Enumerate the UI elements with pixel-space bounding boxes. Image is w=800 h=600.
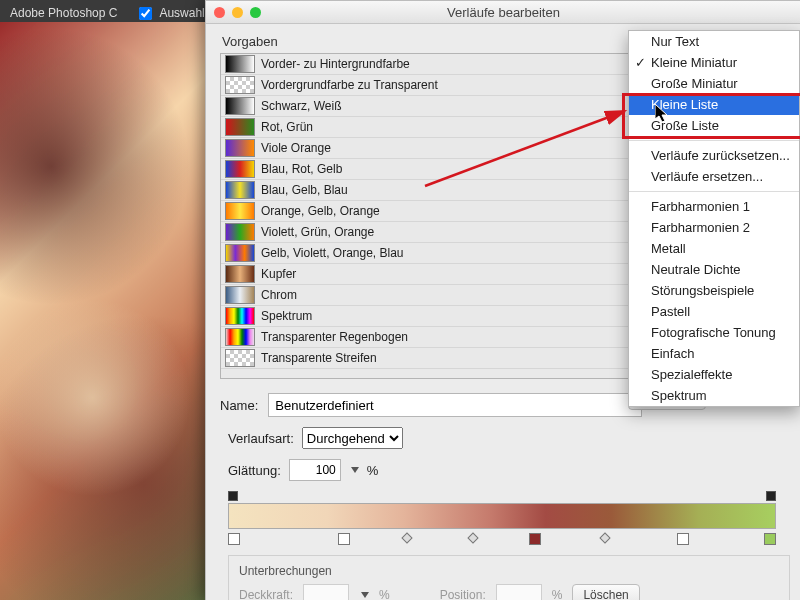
preset-row[interactable]: Spektrum	[221, 306, 629, 327]
menu-item[interactable]: Kleine Miniatur	[629, 52, 799, 73]
menu-item[interactable]: Störungsbeispiele	[629, 280, 799, 301]
presets-list[interactable]: Vorder- zu HintergrundfarbeVordergrundfa…	[220, 53, 630, 379]
preset-row[interactable]: Vorder- zu Hintergrundfarbe	[221, 54, 629, 75]
preset-row[interactable]: Transparente Streifen	[221, 348, 629, 369]
preset-swatch	[225, 349, 255, 367]
gradient-bar[interactable]	[228, 503, 776, 529]
gradient-editor-strip[interactable]	[228, 491, 776, 545]
auswahl-checkbox[interactable]	[139, 7, 152, 20]
preset-label: Transparente Streifen	[261, 351, 377, 365]
smooth-field[interactable]	[289, 459, 341, 481]
opacity-stop[interactable]	[228, 491, 238, 501]
preset-swatch	[225, 307, 255, 325]
preset-row[interactable]: Blau, Gelb, Blau	[221, 180, 629, 201]
color-stop[interactable]	[677, 533, 689, 545]
preset-label: Schwarz, Weiß	[261, 99, 341, 113]
preset-label: Vorder- zu Hintergrundfarbe	[261, 57, 410, 71]
menu-item[interactable]: Große Liste	[629, 115, 799, 136]
color-stop[interactable]	[338, 533, 350, 545]
delete-button[interactable]: Löschen	[572, 584, 639, 600]
menu-item[interactable]: Verläufe ersetzen...	[629, 166, 799, 187]
preset-swatch	[225, 118, 255, 136]
color-stop[interactable]	[529, 533, 541, 545]
opacity-stop[interactable]	[766, 491, 776, 501]
preset-row[interactable]: Vordergrundfarbe zu Transparent	[221, 75, 629, 96]
preset-label: Transparenter Regenbogen	[261, 330, 408, 344]
position-unit: %	[552, 588, 563, 600]
preset-swatch	[225, 328, 255, 346]
preset-swatch	[225, 223, 255, 241]
smooth-unit: %	[367, 463, 379, 478]
preset-row[interactable]: Schwarz, Weiß	[221, 96, 629, 117]
color-stop[interactable]	[764, 533, 776, 545]
opacity-field	[303, 584, 349, 600]
preset-label: Violett, Grün, Orange	[261, 225, 374, 239]
preset-label: Blau, Gelb, Blau	[261, 183, 348, 197]
menu-item[interactable]: Verläufe zurücksetzen...	[629, 145, 799, 166]
preset-row[interactable]: Chrom	[221, 285, 629, 306]
preset-swatch	[225, 181, 255, 199]
dialog-titlebar[interactable]: Verläufe bearbeiten	[206, 1, 800, 24]
menu-item[interactable]: Neutrale Dichte	[629, 259, 799, 280]
midpoint-stop[interactable]	[467, 532, 478, 543]
preset-swatch	[225, 286, 255, 304]
preset-label: Vordergrundfarbe zu Transparent	[261, 78, 438, 92]
preset-label: Orange, Gelb, Orange	[261, 204, 380, 218]
preset-label: Rot, Grün	[261, 120, 313, 134]
preset-swatch	[225, 202, 255, 220]
name-field[interactable]	[268, 393, 642, 417]
preset-swatch	[225, 139, 255, 157]
midpoint-stop[interactable]	[599, 532, 610, 543]
menu-item[interactable]: Farbharmonien 1	[629, 196, 799, 217]
menu-item[interactable]: Pastell	[629, 301, 799, 322]
document-canvas	[0, 22, 205, 600]
preset-swatch	[225, 97, 255, 115]
preset-row[interactable]: Kupfer	[221, 264, 629, 285]
chevron-down-icon	[361, 592, 369, 598]
menu-item[interactable]: Metall	[629, 238, 799, 259]
menu-item[interactable]: Fotografische Tonung	[629, 322, 799, 343]
preset-row[interactable]: Rot, Grün	[221, 117, 629, 138]
opacity-unit: %	[379, 588, 390, 600]
menu-separator	[629, 140, 799, 141]
color-stop[interactable]	[228, 533, 240, 545]
stops-group: Unterbrechungen Deckkraft: % Position: %…	[228, 555, 790, 600]
menu-separator	[629, 191, 799, 192]
preset-row[interactable]: Blau, Rot, Gelb	[221, 159, 629, 180]
preset-label: Gelb, Violett, Orange, Blau	[261, 246, 404, 260]
name-label: Name:	[220, 398, 258, 413]
menu-item[interactable]: Nur Text	[629, 31, 799, 52]
preset-swatch	[225, 265, 255, 283]
preset-label: Viole Orange	[261, 141, 331, 155]
preset-label: Kupfer	[261, 267, 296, 281]
preset-swatch	[225, 76, 255, 94]
position-label: Position:	[440, 588, 486, 600]
preset-row[interactable]: Violett, Grün, Orange	[221, 222, 629, 243]
menu-item[interactable]: Kleine Liste	[629, 94, 799, 115]
type-select[interactable]: Durchgehend	[302, 427, 403, 449]
preset-row[interactable]: Transparenter Regenbogen	[221, 327, 629, 348]
smooth-label: Glättung:	[228, 463, 281, 478]
flyout-menu[interactable]: Nur TextKleine MiniaturGroße MiniaturKle…	[628, 30, 800, 407]
preset-row[interactable]: Viole Orange	[221, 138, 629, 159]
type-label: Verlaufsart:	[228, 431, 294, 446]
preset-row[interactable]: Gelb, Violett, Orange, Blau	[221, 243, 629, 264]
preset-label: Spektrum	[261, 309, 312, 323]
preset-swatch	[225, 160, 255, 178]
menu-item[interactable]: Farbharmonien 2	[629, 217, 799, 238]
preset-label: Chrom	[261, 288, 297, 302]
chevron-down-icon[interactable]	[351, 467, 359, 473]
preset-swatch	[225, 244, 255, 262]
preset-label: Blau, Rot, Gelb	[261, 162, 342, 176]
stops-title: Unterbrechungen	[239, 564, 779, 578]
preset-row[interactable]: Orange, Gelb, Orange	[221, 201, 629, 222]
position-field	[496, 584, 542, 600]
menu-item[interactable]: Spektrum	[629, 385, 799, 406]
menu-item[interactable]: Einfach	[629, 343, 799, 364]
dialog-title: Verläufe bearbeiten	[206, 5, 800, 20]
midpoint-stop[interactable]	[402, 532, 413, 543]
app-title: Adobe Photoshop C	[10, 6, 117, 20]
menu-item[interactable]: Große Miniatur	[629, 73, 799, 94]
menu-item[interactable]: Spezialeffekte	[629, 364, 799, 385]
preset-swatch	[225, 55, 255, 73]
